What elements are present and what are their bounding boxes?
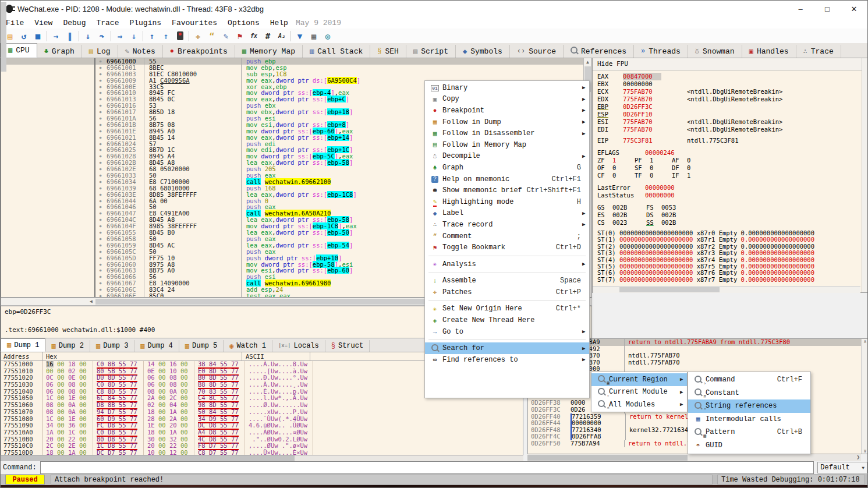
- flag-value[interactable]: 0: [687, 157, 709, 164]
- tab-log[interactable]: ▤Log: [82, 45, 118, 58]
- website-button[interactable]: ◎: [321, 30, 335, 43]
- menu-item-search-for[interactable]: Search for▶: [425, 342, 589, 354]
- breakpoint-dot-icon[interactable]: ●: [95, 90, 105, 96]
- flag-value[interactable]: 0: [650, 164, 672, 172]
- segment-value[interactable]: 002B: [661, 219, 695, 227]
- dump-tab-dump-2[interactable]: ▦Dump 2: [45, 340, 90, 352]
- register-row[interactable]: ESI775FAB70<ntdll.DbgUiRemoteBreakin>: [597, 118, 868, 126]
- menu-item-follow-in-memory-map[interactable]: ▤Follow in Memory Map: [425, 139, 589, 151]
- patch-button[interactable]: ✚: [191, 30, 205, 43]
- run-to-selection-button[interactable]: ⇑: [159, 30, 173, 43]
- menu-plugins[interactable]: Plugins: [124, 19, 166, 27]
- calculator-button[interactable]: ▦: [307, 30, 321, 43]
- segment-value[interactable]: 002B: [612, 204, 646, 211]
- menu-item-binary[interactable]: 01Binary▶: [425, 82, 589, 94]
- tab-breakpoints[interactable]: ●Breakpoints: [163, 45, 235, 58]
- menu-item-toggle-bookmark[interactable]: ⚑Toggle BookmarkCtrl+D: [425, 242, 589, 253]
- breakpoint-dot-icon[interactable]: ●: [95, 71, 105, 77]
- menu-item-set-new-origin-here[interactable]: ✳Set New Origin HereCtrl+*: [425, 303, 589, 315]
- breakpoint-dot-icon[interactable]: ●: [95, 172, 105, 179]
- breakpoint-dot-icon[interactable]: ●: [95, 223, 105, 229]
- step-over-button[interactable]: ↷: [95, 30, 109, 43]
- menu-item-all-modules[interactable]: ∗All Modules▶: [591, 398, 687, 411]
- flag-value[interactable]: 0: [687, 164, 709, 172]
- breakpoint-dot-icon[interactable]: ●: [95, 109, 105, 115]
- breakpoint-dot-icon[interactable]: ●: [95, 192, 105, 198]
- close-button[interactable]: ■: [31, 30, 45, 43]
- breakpoint-dot-icon[interactable]: ●: [95, 217, 105, 223]
- menu-item-command[interactable]: ›CommandCtrl+F: [688, 373, 810, 387]
- dump-tab-locals[interactable]: |x=|Locals: [272, 340, 325, 352]
- scroll-thumb[interactable]: [1, 2, 6, 72]
- tab-graph[interactable]: ♣Graph: [37, 45, 82, 58]
- dump-tab-watch-1[interactable]: ◉Watch 1: [224, 340, 272, 352]
- tab-trace[interactable]: ∴Trace: [796, 45, 841, 58]
- run-to-user-code-button[interactable]: ⇒: [113, 30, 127, 43]
- segment-row[interactable]: GS002BFS0053: [597, 204, 868, 211]
- breakpoint-dot-icon[interactable]: ●: [95, 141, 105, 147]
- breakpoint-dot-icon[interactable]: ●: [95, 210, 105, 217]
- register-value[interactable]: 775FAB70: [623, 126, 661, 133]
- breakpoint-dot-icon[interactable]: ●: [95, 96, 105, 102]
- breakpoint-dot-icon[interactable]: ●: [95, 128, 105, 135]
- menu-item-pattern[interactable]: ▦PatternCtrl+B: [688, 426, 810, 439]
- breakpoint-dot-icon[interactable]: ●: [95, 249, 105, 255]
- breakpoint-dot-icon[interactable]: ●: [95, 166, 105, 172]
- register-value[interactable]: 00847000: [623, 73, 661, 80]
- menu-favourites[interactable]: Favourites: [166, 19, 222, 27]
- comment-button[interactable]: “: [205, 30, 219, 43]
- tab-snowman[interactable]: ☃Snowman: [688, 45, 742, 58]
- hide-fpu-button[interactable]: Hide FPU: [593, 58, 868, 70]
- command-profile-select[interactable]: Default▼: [817, 462, 867, 473]
- maximize-button[interactable]: □: [814, 1, 841, 17]
- stack-vertical-scrollbar[interactable]: ∧∨: [861, 339, 868, 454]
- menu-item-analysis[interactable]: ✳Analysis▶: [425, 259, 589, 270]
- menu-view[interactable]: View: [29, 19, 58, 27]
- breakpoint-dot-icon[interactable]: ●: [95, 147, 105, 153]
- fx-button[interactable]: fx: [247, 30, 261, 43]
- register-value[interactable]: 00000000: [645, 192, 683, 199]
- menu-item-create-new-thread-here[interactable]: ✚Create New Thread Here: [425, 314, 589, 326]
- flag-value[interactable]: 0: [612, 164, 635, 172]
- register-value[interactable]: 00000000: [623, 80, 661, 88]
- scroll-left-icon[interactable]: ◀: [87, 298, 95, 305]
- register-row[interactable]: EIP775C3F81ntdll.775C3F81: [597, 137, 868, 144]
- breakpoint-dot-icon[interactable]: ●: [95, 77, 105, 84]
- menu-item-find-references-to[interactable]: ∞Find references to▶: [425, 354, 589, 366]
- register-row[interactable]: EDX775FAB70<ntdll.DbgUiRemoteBreakin>: [597, 96, 868, 103]
- flag-value[interactable]: 1: [650, 157, 672, 164]
- menu-item-go-to[interactable]: →Go to▶: [425, 326, 589, 338]
- menu-item-string-references[interactable]: “String references: [688, 399, 810, 413]
- animate-traffic-light-button[interactable]: [173, 30, 187, 43]
- menu-item-follow-in-dump[interactable]: ▦Follow in Dump▶: [425, 116, 589, 128]
- menu-item-decompile[interactable]: ☃Decompile▶: [425, 151, 589, 162]
- breakpoint-dot-icon[interactable]: ●: [95, 185, 105, 192]
- menu-item-label[interactable]: ◆Label▶: [425, 208, 589, 220]
- register-row[interactable]: LastError00000000: [597, 184, 868, 192]
- breakpoint-dot-icon[interactable]: ●: [95, 236, 105, 242]
- register-row[interactable]: ESP0D26FF10: [597, 111, 868, 118]
- breakpoint-dot-icon[interactable]: ●: [95, 153, 105, 160]
- menu-debug[interactable]: Debug: [58, 19, 91, 27]
- menu-item-comment[interactable]: “Comment;: [425, 231, 589, 242]
- dump-tab-dump-3[interactable]: ▦Dump 3: [90, 340, 134, 352]
- register-value[interactable]: 775FAB70: [623, 96, 661, 103]
- register-value[interactable]: 00000246: [645, 149, 683, 157]
- menu-item-show-mnemonic-brief[interactable]: ☻Show mnemonic briefCtrl+Shift+F1: [425, 185, 589, 196]
- flag-value[interactable]: 0: [612, 172, 635, 179]
- tab-handles[interactable]: ▣Handles: [742, 45, 796, 58]
- breakpoint-dot-icon[interactable]: ●: [95, 293, 105, 298]
- breakpoint-dot-icon[interactable]: ●: [95, 229, 105, 236]
- flags-row[interactable]: ZF1PF1AF0: [597, 157, 868, 164]
- command-input[interactable]: [40, 461, 814, 474]
- hash-button[interactable]: #: [261, 30, 275, 43]
- menu-item-constant[interactable]: #Constant: [688, 387, 810, 400]
- bookmark-button[interactable]: ⚑: [233, 30, 247, 43]
- step-out-button[interactable]: ↑: [145, 30, 159, 43]
- segment-value[interactable]: 0023: [612, 219, 646, 227]
- breakpoint-dot-icon[interactable]: ●: [95, 255, 105, 261]
- register-value[interactable]: 00000000: [645, 184, 683, 192]
- flags-row[interactable]: OF0SF0DF0: [597, 164, 868, 172]
- register-row[interactable]: EBP0D26FF3C: [597, 103, 868, 111]
- tab-source[interactable]: ‹›Source: [510, 45, 564, 58]
